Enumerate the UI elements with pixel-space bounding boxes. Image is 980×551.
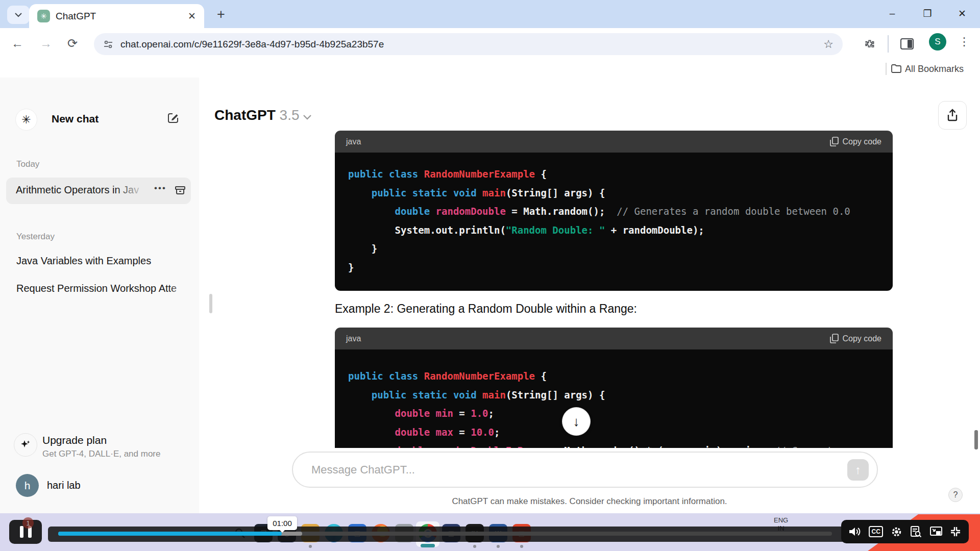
code-language-label: java: [346, 334, 361, 343]
upgrade-plan-subtitle: Get GPT-4, DALL·E, and more: [42, 449, 160, 459]
send-button[interactable]: ↑: [847, 459, 869, 481]
browser-profile-avatar[interactable]: S: [929, 33, 946, 51]
player-button-cluster: CC: [841, 520, 969, 543]
code-block-body: public class RandomNumberExample { publi…: [335, 153, 893, 291]
window-restore-button[interactable]: ❐: [919, 8, 936, 19]
browser-tab[interactable]: ✳ ChatGPT ✕: [29, 4, 204, 28]
tab-search-button[interactable]: [7, 6, 30, 24]
extensions-icon[interactable]: [864, 38, 876, 51]
section-label-yesterday: Yesterday: [16, 232, 55, 242]
window-close-button[interactable]: ✕: [953, 8, 971, 19]
browser-toolbar: ← → ⟳ chat.openai.com/c/9e11629f-3e8a-4d…: [0, 28, 980, 61]
reload-button[interactable]: ⟳: [67, 36, 78, 51]
clipboard-icon: [830, 334, 839, 343]
openai-logo-icon: ✳: [15, 109, 37, 131]
bookmarks-bar: All Bookmarks: [0, 61, 980, 78]
share-button[interactable]: [938, 101, 967, 130]
browser-menu-icon[interactable]: ⋮: [959, 35, 970, 48]
back-button[interactable]: ←: [11, 36, 23, 51]
section-label-today: Today: [16, 159, 39, 169]
sidebar: ✳ New chat Today Arithmetic Operators in…: [0, 78, 199, 513]
new-chat-button[interactable]: New chat: [52, 113, 99, 125]
scroll-to-bottom-button[interactable]: ↓: [562, 407, 591, 436]
copy-code-label: Copy code: [843, 137, 882, 146]
example-heading: Example 2: Generating a Random Double wi…: [335, 302, 637, 316]
picture-in-picture-icon[interactable]: [930, 527, 942, 537]
running-app-dot: [497, 545, 500, 548]
model-version: 3.5: [280, 107, 300, 123]
tab-title: ChatGPT: [56, 11, 182, 22]
model-name: ChatGPT: [214, 107, 276, 123]
chat-item[interactable]: Request Permission Workshop Atte: [16, 283, 190, 294]
running-app-dot: [473, 545, 476, 548]
chat-title-fade: [115, 178, 155, 204]
upgrade-plan-button[interactable]: Upgrade plan: [42, 434, 107, 446]
volume-icon[interactable]: [849, 526, 861, 537]
copy-code-label: Copy code: [843, 334, 882, 343]
seek-bar-progress: [58, 532, 282, 536]
chat-title-fade: [168, 283, 199, 296]
tab-close-icon[interactable]: ✕: [188, 10, 196, 22]
chevron-down-icon[interactable]: [303, 114, 312, 120]
sparkle-icon: [14, 433, 37, 457]
code-block-1: java Copy code public class RandomNumber…: [335, 131, 893, 291]
code-language-label: java: [346, 137, 361, 146]
time-tooltip: 01:00: [267, 516, 297, 530]
chatgpt-favicon-icon: ✳: [37, 10, 50, 22]
browser-titlebar: ✳ ChatGPT ✕ + – ❐ ✕: [0, 0, 980, 28]
chat-item-active[interactable]: Arithmetic Operators in Jav •••: [6, 178, 191, 204]
bookmarks-divider: [886, 63, 887, 75]
site-settings-icon[interactable]: [103, 39, 113, 49]
composer-area: ↑ ChatGPT can make mistakes. Consider ch…: [199, 448, 980, 513]
active-app-pill: [421, 544, 435, 547]
running-app-dot: [520, 545, 523, 548]
user-name[interactable]: hari lab: [47, 480, 81, 491]
user-avatar[interactable]: h: [16, 474, 39, 497]
settings-gear-icon[interactable]: [891, 526, 902, 538]
all-bookmarks-button[interactable]: All Bookmarks: [905, 64, 964, 74]
chatgpt-app: ✳ New chat Today Arithmetic Operators in…: [0, 78, 980, 513]
address-bar[interactable]: chat.openai.com/c/9e11629f-3e8a-4d97-b95…: [94, 33, 843, 55]
side-panel-icon[interactable]: [900, 38, 914, 49]
collapse-icon[interactable]: [950, 526, 961, 537]
transcript-search-icon[interactable]: [910, 526, 922, 538]
page-scrollbar-thumb[interactable]: [974, 430, 978, 449]
new-tab-button[interactable]: +: [217, 7, 225, 22]
model-selector[interactable]: ChatGPT 3.5: [214, 107, 300, 123]
url-text[interactable]: chat.openai.com/c/9e11629f-3e8a-4d97-b95…: [120, 39, 384, 50]
chat-options-icon[interactable]: •••: [154, 183, 166, 193]
copy-code-button[interactable]: Copy code: [830, 137, 882, 146]
notification-badge: 1: [22, 517, 34, 529]
forward-button[interactable]: →: [40, 36, 52, 51]
share-icon: [946, 109, 959, 122]
copy-code-button[interactable]: Copy code: [830, 334, 882, 343]
code-block-header: java Copy code: [335, 131, 893, 153]
player-control-bar: [48, 527, 845, 542]
toolbar-divider: [888, 35, 889, 53]
folder-icon: [891, 64, 901, 73]
running-app-dot: [309, 545, 312, 548]
message-input-container[interactable]: ↑: [292, 452, 878, 488]
help-button[interactable]: ?: [948, 488, 963, 502]
disclaimer-text: ChatGPT can make mistakes. Consider chec…: [199, 496, 980, 507]
clipboard-icon: [830, 137, 839, 146]
new-chat-edit-icon[interactable]: [166, 111, 180, 124]
captions-button[interactable]: CC: [869, 526, 883, 537]
window-minimize-button[interactable]: –: [884, 8, 901, 19]
message-input[interactable]: [310, 461, 772, 479]
code-block-header: java Copy code: [335, 328, 893, 349]
archive-icon[interactable]: [175, 185, 186, 196]
chat-item[interactable]: Java Variables with Examples: [16, 255, 190, 267]
main-panel: ChatGPT 3.5 java Copy code: [199, 78, 980, 513]
bookmark-star-icon[interactable]: ☆: [823, 38, 834, 51]
